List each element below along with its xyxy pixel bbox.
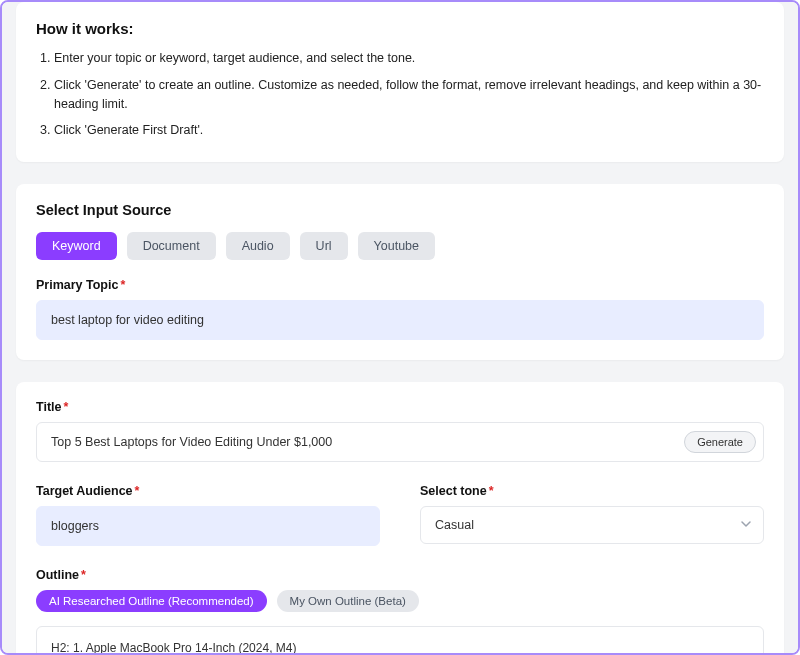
how-it-works-title: How it works: [36,20,764,37]
source-tabs: Keyword Document Audio Url Youtube [36,232,764,260]
tab-document[interactable]: Document [127,232,216,260]
tone-label: Select tone* [420,484,764,498]
primary-topic-input[interactable] [36,300,764,340]
how-it-works-card: How it works: Enter your topic or keywor… [16,2,784,162]
required-marker: * [135,484,140,498]
required-marker: * [81,568,86,582]
step-item: Enter your topic or keyword, target audi… [54,49,764,68]
required-marker: * [120,278,125,292]
primary-topic-label: Primary Topic* [36,278,764,292]
required-marker: * [489,484,494,498]
outline-line: H2: 1. Apple MacBook Pro 14-Inch (2024, … [51,639,749,653]
outline-tabs: AI Researched Outline (Recommended) My O… [36,590,764,612]
outline-textarea[interactable]: H2: 1. Apple MacBook Pro 14-Inch (2024, … [36,626,764,653]
tab-audio[interactable]: Audio [226,232,290,260]
step-item: Click 'Generate First Draft'. [54,121,764,140]
content-card: Title* Generate Target Audience* Select … [16,382,784,653]
input-source-card: Select Input Source Keyword Document Aud… [16,184,784,360]
tab-ai-outline[interactable]: AI Researched Outline (Recommended) [36,590,267,612]
tab-keyword[interactable]: Keyword [36,232,117,260]
input-source-title: Select Input Source [36,202,764,218]
title-input[interactable] [36,422,764,462]
step-item: Click 'Generate' to create an outline. C… [54,76,764,114]
audience-label: Target Audience* [36,484,380,498]
audience-input[interactable] [36,506,380,546]
outline-label: Outline* [36,568,764,582]
tab-url[interactable]: Url [300,232,348,260]
tab-youtube[interactable]: Youtube [358,232,435,260]
required-marker: * [63,400,68,414]
tone-select[interactable]: Casual [420,506,764,544]
title-label: Title* [36,400,764,414]
tab-own-outline[interactable]: My Own Outline (Beta) [277,590,419,612]
generate-title-button[interactable]: Generate [684,431,756,453]
how-it-works-steps: Enter your topic or keyword, target audi… [36,49,764,140]
